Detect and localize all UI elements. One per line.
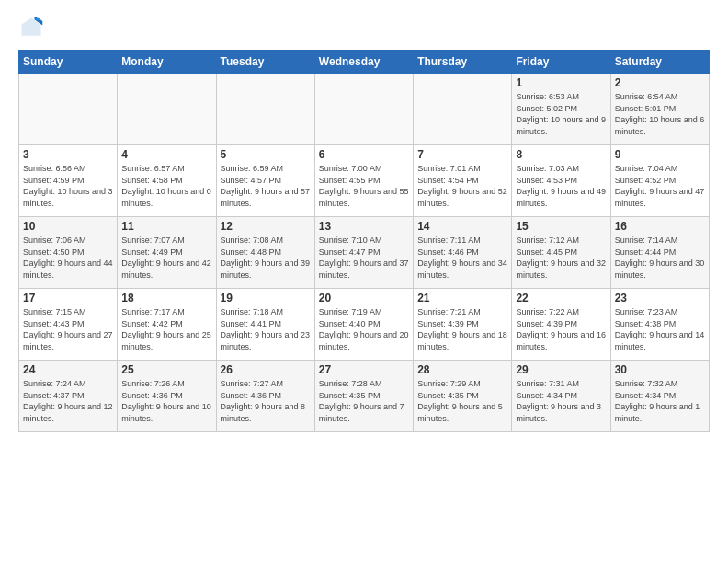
day-info: Sunrise: 7:17 AM Sunset: 4:42 PM Dayligh… xyxy=(121,306,211,352)
day-info: Sunrise: 7:14 AM Sunset: 4:44 PM Dayligh… xyxy=(615,235,705,281)
calendar-cell: 25Sunrise: 7:26 AM Sunset: 4:36 PM Dayli… xyxy=(118,361,216,432)
week-row-1: 3Sunrise: 6:56 AM Sunset: 4:59 PM Daylig… xyxy=(19,145,710,217)
calendar-cell: 16Sunrise: 7:14 AM Sunset: 4:44 PM Dayli… xyxy=(610,217,709,289)
day-number: 25 xyxy=(121,363,211,376)
calendar-cell: 20Sunrise: 7:19 AM Sunset: 4:40 PM Dayli… xyxy=(314,289,413,361)
day-number: 5 xyxy=(221,148,311,161)
day-info: Sunrise: 6:59 AM Sunset: 4:57 PM Dayligh… xyxy=(221,163,311,209)
day-number: 22 xyxy=(516,292,606,304)
calendar-cell: 3Sunrise: 6:56 AM Sunset: 4:59 PM Daylig… xyxy=(19,145,118,217)
day-number: 16 xyxy=(615,220,705,233)
day-number: 12 xyxy=(221,220,311,233)
day-info: Sunrise: 7:11 AM Sunset: 4:46 PM Dayligh… xyxy=(417,235,507,281)
day-number: 27 xyxy=(319,363,409,376)
day-number: 10 xyxy=(23,220,113,233)
week-row-2: 10Sunrise: 7:06 AM Sunset: 4:50 PM Dayli… xyxy=(19,217,710,289)
day-number: 14 xyxy=(417,220,507,233)
calendar-cell: 1Sunrise: 6:53 AM Sunset: 5:02 PM Daylig… xyxy=(512,74,610,145)
calendar-cell xyxy=(118,74,216,145)
calendar-cell: 5Sunrise: 6:59 AM Sunset: 4:57 PM Daylig… xyxy=(216,145,314,217)
day-number: 9 xyxy=(615,148,705,161)
day-number: 28 xyxy=(417,363,507,376)
day-info: Sunrise: 7:18 AM Sunset: 4:41 PM Dayligh… xyxy=(221,306,311,352)
day-number: 15 xyxy=(516,220,606,233)
day-info: Sunrise: 7:19 AM Sunset: 4:40 PM Dayligh… xyxy=(319,306,409,352)
day-info: Sunrise: 7:23 AM Sunset: 4:38 PM Dayligh… xyxy=(615,306,705,352)
calendar-cell: 9Sunrise: 7:04 AM Sunset: 4:52 PM Daylig… xyxy=(610,145,709,217)
day-header-monday: Monday xyxy=(118,51,216,74)
calendar-cell: 27Sunrise: 7:28 AM Sunset: 4:35 PM Dayli… xyxy=(314,361,413,432)
calendar-cell: 13Sunrise: 7:10 AM Sunset: 4:47 PM Dayli… xyxy=(314,217,413,289)
day-number: 6 xyxy=(319,148,409,161)
calendar-cell: 11Sunrise: 7:07 AM Sunset: 4:49 PM Dayli… xyxy=(118,217,216,289)
day-info: Sunrise: 7:22 AM Sunset: 4:39 PM Dayligh… xyxy=(516,306,606,352)
week-row-3: 17Sunrise: 7:15 AM Sunset: 4:43 PM Dayli… xyxy=(19,289,710,361)
day-number: 18 xyxy=(121,292,211,304)
day-number: 8 xyxy=(516,148,606,161)
day-number: 4 xyxy=(121,148,211,161)
day-info: Sunrise: 6:53 AM Sunset: 5:02 PM Dayligh… xyxy=(516,91,606,137)
header-row: SundayMondayTuesdayWednesdayThursdayFrid… xyxy=(19,51,710,74)
day-number: 11 xyxy=(121,220,211,233)
day-info: Sunrise: 7:04 AM Sunset: 4:52 PM Dayligh… xyxy=(615,163,705,209)
day-info: Sunrise: 7:07 AM Sunset: 4:49 PM Dayligh… xyxy=(121,235,211,281)
calendar-cell: 4Sunrise: 6:57 AM Sunset: 4:58 PM Daylig… xyxy=(118,145,216,217)
day-number: 19 xyxy=(221,292,311,304)
day-info: Sunrise: 7:01 AM Sunset: 4:54 PM Dayligh… xyxy=(417,163,507,209)
day-header-sunday: Sunday xyxy=(19,51,118,74)
day-number: 2 xyxy=(615,76,705,89)
day-number: 13 xyxy=(319,220,409,233)
calendar-cell xyxy=(19,74,118,145)
day-info: Sunrise: 6:56 AM Sunset: 4:59 PM Dayligh… xyxy=(23,163,113,209)
day-number: 20 xyxy=(319,292,409,304)
day-info: Sunrise: 7:24 AM Sunset: 4:37 PM Dayligh… xyxy=(23,378,113,424)
day-number: 1 xyxy=(516,76,606,89)
calendar-cell: 15Sunrise: 7:12 AM Sunset: 4:45 PM Dayli… xyxy=(512,217,610,289)
calendar-cell: 21Sunrise: 7:21 AM Sunset: 4:39 PM Dayli… xyxy=(414,289,512,361)
day-info: Sunrise: 7:08 AM Sunset: 4:48 PM Dayligh… xyxy=(221,235,311,281)
day-info: Sunrise: 7:12 AM Sunset: 4:45 PM Dayligh… xyxy=(516,235,606,281)
calendar-cell: 24Sunrise: 7:24 AM Sunset: 4:37 PM Dayli… xyxy=(19,361,118,432)
calendar-cell: 12Sunrise: 7:08 AM Sunset: 4:48 PM Dayli… xyxy=(216,217,314,289)
logo-icon xyxy=(18,15,44,40)
day-info: Sunrise: 7:06 AM Sunset: 4:50 PM Dayligh… xyxy=(23,235,113,281)
day-number: 21 xyxy=(417,292,507,304)
logo xyxy=(18,15,48,40)
day-number: 24 xyxy=(23,363,113,376)
day-number: 17 xyxy=(23,292,113,304)
day-header-friday: Friday xyxy=(512,51,610,74)
day-number: 23 xyxy=(615,292,705,304)
day-number: 26 xyxy=(221,363,311,376)
calendar-cell: 7Sunrise: 7:01 AM Sunset: 4:54 PM Daylig… xyxy=(414,145,512,217)
calendar-cell: 10Sunrise: 7:06 AM Sunset: 4:50 PM Dayli… xyxy=(19,217,118,289)
day-number: 7 xyxy=(417,148,507,161)
day-info: Sunrise: 6:57 AM Sunset: 4:58 PM Dayligh… xyxy=(121,163,211,209)
week-row-0: 1Sunrise: 6:53 AM Sunset: 5:02 PM Daylig… xyxy=(19,74,710,145)
calendar-page: SundayMondayTuesdayWednesdayThursdayFrid… xyxy=(0,0,728,442)
calendar-cell: 17Sunrise: 7:15 AM Sunset: 4:43 PM Dayli… xyxy=(19,289,118,361)
day-info: Sunrise: 7:21 AM Sunset: 4:39 PM Dayligh… xyxy=(417,306,507,352)
week-row-4: 24Sunrise: 7:24 AM Sunset: 4:37 PM Dayli… xyxy=(19,361,710,432)
day-info: Sunrise: 7:32 AM Sunset: 4:34 PM Dayligh… xyxy=(615,378,705,424)
day-info: Sunrise: 7:00 AM Sunset: 4:55 PM Dayligh… xyxy=(319,163,409,209)
calendar-cell: 29Sunrise: 7:31 AM Sunset: 4:34 PM Dayli… xyxy=(512,361,610,432)
day-info: Sunrise: 7:15 AM Sunset: 4:43 PM Dayligh… xyxy=(23,306,113,352)
day-info: Sunrise: 7:29 AM Sunset: 4:35 PM Dayligh… xyxy=(417,378,507,424)
day-info: Sunrise: 7:27 AM Sunset: 4:36 PM Dayligh… xyxy=(221,378,311,424)
day-info: Sunrise: 6:54 AM Sunset: 5:01 PM Dayligh… xyxy=(615,91,705,137)
calendar-cell: 26Sunrise: 7:27 AM Sunset: 4:36 PM Dayli… xyxy=(216,361,314,432)
calendar-cell: 14Sunrise: 7:11 AM Sunset: 4:46 PM Dayli… xyxy=(414,217,512,289)
day-info: Sunrise: 7:10 AM Sunset: 4:47 PM Dayligh… xyxy=(319,235,409,281)
calendar-cell: 6Sunrise: 7:00 AM Sunset: 4:55 PM Daylig… xyxy=(314,145,413,217)
day-info: Sunrise: 7:31 AM Sunset: 4:34 PM Dayligh… xyxy=(516,378,606,424)
calendar-cell xyxy=(414,74,512,145)
header xyxy=(18,15,710,40)
calendar-cell: 30Sunrise: 7:32 AM Sunset: 4:34 PM Dayli… xyxy=(610,361,709,432)
calendar-cell: 28Sunrise: 7:29 AM Sunset: 4:35 PM Dayli… xyxy=(414,361,512,432)
calendar-cell: 19Sunrise: 7:18 AM Sunset: 4:41 PM Dayli… xyxy=(216,289,314,361)
day-header-wednesday: Wednesday xyxy=(314,51,413,74)
day-number: 30 xyxy=(615,363,705,376)
calendar-cell: 23Sunrise: 7:23 AM Sunset: 4:38 PM Dayli… xyxy=(610,289,709,361)
day-info: Sunrise: 7:28 AM Sunset: 4:35 PM Dayligh… xyxy=(319,378,409,424)
calendar-cell: 8Sunrise: 7:03 AM Sunset: 4:53 PM Daylig… xyxy=(512,145,610,217)
